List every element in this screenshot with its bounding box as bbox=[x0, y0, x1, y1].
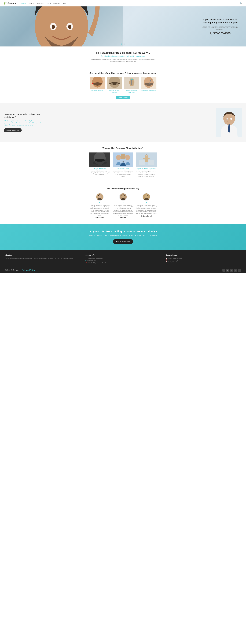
social-facebook[interactable]: f bbox=[222, 269, 225, 272]
service-label-laser: Laser Hair Regrowth bbox=[90, 90, 105, 92]
service-img-nonsurgical bbox=[124, 77, 139, 89]
why-card-range: Range of Choices While the hair health i… bbox=[89, 152, 110, 177]
nav-item-about[interactable]: About us bbox=[28, 2, 34, 4]
svg-point-3 bbox=[35, 6, 88, 46]
footer-about-title: About us bbox=[5, 254, 80, 256]
testimonial-card-1: ❝ I've always been afraid of what an eff… bbox=[89, 193, 110, 218]
search-icon[interactable]: 🔍 bbox=[240, 2, 242, 4]
footer-contact-phone: 📞 555-123-2323; 555-123-5324 bbox=[85, 258, 161, 259]
consultation-title: Looking for consultation or hair care as… bbox=[4, 113, 43, 119]
why-section: Why our Hair Recovery Clinic is the best… bbox=[0, 142, 246, 182]
logo[interactable]: 🌿 Samson bbox=[4, 2, 17, 5]
footer-hours: Opening hours ⏰ Monday–Friday: 9am–6pm ⏰… bbox=[166, 254, 241, 264]
intro-subtitle: Our clinic has always been about high-qu… bbox=[3, 55, 243, 57]
svg-point-23 bbox=[144, 77, 154, 88]
nav-item-services[interactable]: Services ▾ bbox=[37, 2, 44, 4]
service-img-follicular bbox=[107, 77, 122, 89]
testimonial-name-3: Benjamin Disraeli bbox=[136, 215, 157, 217]
appointment-button[interactable]: Make an Appointment bbox=[4, 128, 22, 132]
phone-icon: 📞 bbox=[85, 258, 87, 259]
quote-icon-1: ❝ bbox=[89, 202, 110, 204]
cta-section: Do you suffer from balding or want to pr… bbox=[0, 224, 246, 250]
service-card-surgical[interactable]: Surgical Hair Replacement bbox=[141, 77, 157, 93]
hero-dot-2[interactable] bbox=[122, 44, 124, 44]
privacy-link[interactable]: Privacy Policy bbox=[22, 269, 35, 271]
why-card-text-range: While the hair health issues may vary, w… bbox=[89, 170, 110, 176]
see-all-button[interactable]: See all Services bbox=[116, 96, 130, 99]
testimonial-text-2: Since I've retired, my balding process b… bbox=[113, 204, 134, 216]
testimonial-avatar-1 bbox=[96, 193, 104, 201]
svg-rect-20 bbox=[129, 81, 130, 84]
phone-icon: 📞 bbox=[210, 32, 212, 34]
svg-rect-45 bbox=[148, 158, 150, 160]
nav-item-pages[interactable]: Pages ▾ bbox=[62, 2, 67, 4]
clock-icon-sat: ⏰ bbox=[166, 260, 167, 260]
social-google-plus[interactable]: G+ bbox=[226, 269, 229, 272]
why-card-top: Top Medication & Equipment You can wager… bbox=[136, 152, 157, 177]
svg-point-34 bbox=[93, 161, 107, 165]
navbar: 🌿 Samson Home ▾ About us Services ▾ News… bbox=[0, 0, 246, 6]
service-card-laser[interactable]: Laser Hair Regrowth bbox=[90, 77, 105, 93]
clock-icon-sun: ⏰ bbox=[166, 261, 167, 262]
consultation-content: Looking for consultation or hair care as… bbox=[4, 113, 43, 132]
email-icon: ✉ bbox=[85, 260, 86, 262]
footer-hours-title: Opening hours bbox=[166, 254, 241, 256]
why-grid: Range of Choices While the hair health i… bbox=[3, 152, 243, 177]
svg-point-15 bbox=[116, 83, 118, 85]
testimonials-grid: ❝ I've always been afraid of what an eff… bbox=[3, 193, 243, 218]
footer-about: About us Our Samson hair transplantation… bbox=[5, 254, 80, 264]
clock-icon: ⏰ bbox=[166, 258, 167, 259]
svg-point-36 bbox=[116, 155, 121, 160]
why-card-text-staff: Our specialists have all the experience,… bbox=[113, 170, 134, 177]
cta-title: Do you suffer from balding or want to pr… bbox=[3, 230, 243, 233]
svg-rect-19 bbox=[131, 80, 132, 85]
why-img-staff bbox=[113, 152, 134, 167]
cta-button[interactable]: Book an Appointment bbox=[113, 239, 133, 244]
svg-point-30 bbox=[227, 118, 228, 120]
hero-section: If you suffer from a hair loss or baldin… bbox=[0, 6, 246, 46]
footer-bottom: © 2016 Samson. Privacy Policy f G+ t ✦ i… bbox=[5, 267, 241, 273]
testimonial-text-1: I've always been afraid of what an effec… bbox=[89, 204, 110, 216]
hero-person-container bbox=[0, 6, 123, 46]
footer-hours-sunday: ⏰ Sunday: 11am–2pm bbox=[166, 261, 241, 262]
logo-icon: 🌿 bbox=[4, 2, 7, 5]
footer-about-text: Our Samson hair transplantation clinic w… bbox=[5, 258, 80, 260]
testimonial-name-2: John Major bbox=[113, 217, 134, 218]
footer-social: f G+ t ✦ in bbox=[222, 269, 241, 272]
svg-rect-18 bbox=[131, 79, 133, 80]
quote-icon-3: ❝ bbox=[136, 202, 157, 204]
footer-contact-email: ✉ info@domain.org bbox=[85, 260, 161, 262]
quote-icon-2: ❝ bbox=[113, 202, 134, 204]
nav-item-home[interactable]: Home ▾ bbox=[21, 2, 26, 4]
svg-point-39 bbox=[122, 161, 124, 162]
hero-dot-1[interactable] bbox=[121, 44, 122, 44]
why-card-staff: Experienced Staff Our specialists have a… bbox=[113, 152, 134, 177]
footer-grid: About us Our Samson hair transplantation… bbox=[5, 254, 241, 264]
intro-section: It's not about hair loss, it's about hai… bbox=[0, 46, 246, 68]
svg-rect-21 bbox=[134, 81, 135, 84]
testimonial-avatar-2 bbox=[119, 193, 127, 201]
services-section: See the full list of our Hair recovery &… bbox=[0, 68, 246, 103]
intro-text: We've always wanted to make sure that on… bbox=[91, 58, 155, 63]
why-img-top bbox=[136, 152, 157, 167]
consultation-section: Looking for consultation or hair care as… bbox=[0, 103, 246, 142]
social-twitter[interactable]: t bbox=[230, 269, 233, 272]
testimonial-card-2: ❝ Since I've retired, my balding process… bbox=[113, 193, 134, 218]
nav-item-contacts[interactable]: Contacts bbox=[53, 2, 59, 4]
svg-rect-47 bbox=[148, 160, 154, 165]
social-dribbble[interactable]: ✦ bbox=[234, 269, 237, 272]
main-nav: Home ▾ About us Services ▾ News ▾ Contac… bbox=[21, 2, 67, 4]
why-title: Why our Hair Recovery Clinic is the best… bbox=[3, 147, 243, 150]
why-card-title-top: Top Medication & Equipment bbox=[136, 168, 157, 170]
service-card-nonsurgical[interactable]: Non–Surgical Hair Replacement bbox=[124, 77, 139, 93]
social-linkedin[interactable]: in bbox=[238, 269, 241, 272]
svg-point-6 bbox=[52, 25, 55, 29]
service-card-follicular[interactable]: Follicular ReGener-8 Treatment bbox=[107, 77, 122, 93]
footer: About us Our Samson hair transplantation… bbox=[0, 250, 246, 273]
hero-dot-3[interactable] bbox=[124, 44, 126, 44]
nav-item-news[interactable]: News ▾ bbox=[46, 2, 51, 4]
testimonials-section: See what our Happy Patients say ❝ I've a… bbox=[0, 182, 246, 224]
svg-point-37 bbox=[120, 154, 126, 160]
why-card-title-staff: Experienced Staff bbox=[113, 168, 134, 170]
svg-rect-43 bbox=[146, 154, 147, 155]
